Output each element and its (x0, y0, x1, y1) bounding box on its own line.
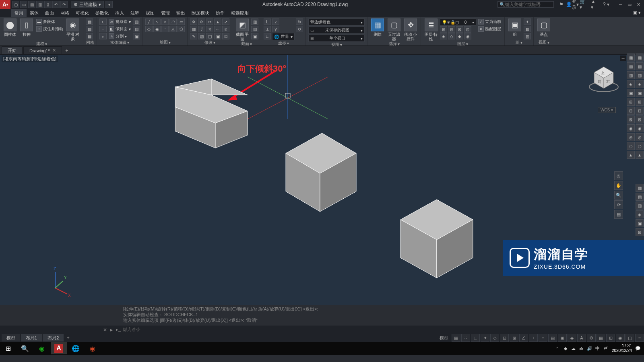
union-icon[interactable]: ∪ (99, 19, 107, 25)
rotate-icon[interactable]: ⟳ (198, 19, 205, 25)
polar-toggle[interactable]: ✦ (481, 334, 489, 342)
rp-b5[interactable]: ▣ (627, 89, 635, 97)
command-line[interactable]: ✕ ▸ ▸_ 键入命令 (0, 325, 644, 334)
vp-min-icon[interactable]: ─ (620, 56, 626, 61)
lay-b7[interactable]: ◆ (456, 33, 463, 39)
lay-b4[interactable]: ⊡ (464, 26, 471, 33)
lay-b2[interactable]: ⊟ (448, 26, 455, 33)
help-icon[interactable]: ? ▾ (602, 1, 610, 8)
tray-ime-icon[interactable]: 中 (594, 345, 601, 352)
open-icon[interactable]: ▭ (20, 1, 27, 8)
chrome-icon[interactable]: 🌐 (68, 342, 84, 354)
smooth-button[interactable]: ◉平滑 对象 (65, 19, 80, 41)
ws-toggle[interactable]: ⚙ (587, 334, 596, 342)
showmotion-icon[interactable]: ▤ (614, 210, 623, 219)
viewcube[interactable]: 前 右 上 (588, 63, 620, 95)
osnap-toggle[interactable]: ⊡ (500, 334, 509, 342)
redo-icon[interactable]: ↷ (60, 1, 68, 8)
se-btn3[interactable]: ▣ (133, 33, 140, 39)
intersect-icon[interactable]: ∩ (99, 33, 107, 39)
lay-b1[interactable]: ⊞ (440, 26, 447, 33)
start-button[interactable]: ⊞ (0, 342, 16, 354)
tray-network-icon[interactable]: 🖧 (578, 345, 585, 352)
rp2-b8[interactable]: ⊠ (636, 115, 644, 123)
grp-b1[interactable]: ✦ (524, 19, 531, 25)
rp2-b12[interactable]: ▲ (636, 151, 644, 159)
rp2-s6[interactable]: ⊞ (636, 228, 644, 236)
orbit-icon[interactable]: ⟳ (614, 200, 623, 209)
tab-addins[interactable]: 附加模块 (188, 9, 213, 17)
tab-view[interactable]: 视图 (142, 9, 158, 17)
tray-icon-1[interactable]: ◆ (562, 345, 569, 352)
ucs-b3[interactable]: ∟ (264, 33, 271, 39)
rp2-s4[interactable]: ◈ (636, 210, 644, 218)
file-tab-drawing[interactable]: Drawing1*✕ (23, 46, 62, 54)
rp-b10[interactable]: ◎ (627, 133, 635, 141)
scale-icon[interactable]: ⤢ (222, 19, 229, 25)
rp-b3[interactable]: ▥ (627, 71, 635, 79)
saveas-icon[interactable]: ▥ (36, 1, 43, 8)
matchlayer-button[interactable]: ≋匹配图层 (477, 26, 502, 32)
tab-surface[interactable]: 曲面 (42, 9, 57, 17)
anno-toggle[interactable]: A (577, 334, 586, 342)
snap-toggle[interactable]: ∷ (461, 334, 470, 342)
sc-toggle[interactable]: ◈ (568, 334, 576, 342)
rp-b4[interactable]: ◈ (627, 80, 635, 88)
tab-solid[interactable]: 实体 (27, 9, 42, 17)
grp-b3[interactable]: ▧ (524, 33, 531, 39)
rp2-s3[interactable]: ▥ (636, 202, 644, 210)
rp-b11[interactable]: ◌ (627, 142, 635, 150)
rp-b7[interactable]: ⊟ (627, 107, 635, 115)
lay-b5[interactable]: ◈ (440, 33, 447, 39)
draw-b8[interactable]: ∴ (161, 26, 169, 32)
status-model[interactable]: 模型 (437, 335, 451, 341)
rp2-b5[interactable]: ▣ (636, 89, 644, 97)
iso-toggle[interactable]: ◇ (490, 334, 499, 342)
separate-button[interactable]: ⎌分割 ▾ (108, 33, 132, 39)
grp-b2[interactable]: ▦ (524, 26, 531, 32)
autocad-taskbar-icon[interactable]: A (51, 342, 67, 354)
cylinder-button[interactable]: ⬤圆柱体 (2, 19, 18, 37)
new-icon[interactable]: ▢ (12, 1, 19, 8)
login-button[interactable]: 👤 登录 ▾ (568, 1, 576, 8)
draw-b7[interactable]: ◉ (153, 26, 161, 32)
ribbon-collapse-icon[interactable]: ▣ ▾ (630, 9, 644, 17)
rp2-b4[interactable]: ◈ (636, 80, 644, 88)
mirror-icon[interactable]: ▲ (214, 19, 221, 25)
ucs-b4[interactable]: z (272, 19, 279, 25)
nofilter-button[interactable]: ▢无过滤器 (386, 19, 402, 41)
zoom-icon[interactable]: 🔍 (614, 191, 623, 200)
tab-output[interactable]: 输出 (173, 9, 188, 17)
undo-icon[interactable]: ↶ (52, 1, 60, 8)
erase-button[interactable]: ▦删除 (370, 19, 385, 37)
tray-up-icon[interactable]: ^ (554, 345, 561, 352)
command-input[interactable]: 键入命令 (122, 327, 140, 333)
cmd-close-icon[interactable]: ✕ (102, 327, 108, 333)
workspace-dropdown[interactable]: ⚙ 三维建模 ▾ (71, 1, 104, 8)
viewport-label[interactable]: [-][东南等轴测][带边缘着色] (2, 56, 58, 62)
ucs-b1[interactable]: L (264, 19, 271, 25)
rp2-b10[interactable]: ◎ (636, 133, 644, 141)
savedview-dropdown[interactable]: ▭ 未保存的视图▾ (308, 27, 365, 34)
system-clock[interactable]: 17:312020/12/24 (610, 343, 634, 353)
polysolid-button[interactable]: ▬多段体 (35, 19, 64, 25)
draw-b6[interactable]: ◇ (145, 26, 153, 32)
ucs-b5[interactable]: y (272, 26, 279, 32)
rp2-s2[interactable]: ▤ (636, 193, 644, 201)
base-button[interactable]: ▢基点 (536, 19, 551, 37)
rp2-b7[interactable]: ⊟ (636, 107, 644, 115)
notifications-icon[interactable]: 💬 (634, 345, 642, 352)
close-button[interactable]: ✕ (634, 1, 642, 8)
tab-annotate[interactable]: 注释 (127, 9, 142, 17)
rp-b9[interactable]: ◉ (627, 124, 635, 132)
gizmo-button[interactable]: ✥移动 小控件 (403, 19, 418, 41)
grid-toggle[interactable]: ▦ (452, 334, 460, 342)
rp-b1[interactable]: ▦ (627, 53, 635, 62)
layout2-tab[interactable]: 布局2 (43, 334, 64, 341)
mod-b9[interactable]: ⌐ (214, 26, 221, 32)
ortho-toggle[interactable]: ∟ (471, 334, 480, 342)
mod-b14[interactable]: ▣ (214, 33, 221, 39)
tab-mesh[interactable]: 网格 (57, 9, 72, 17)
sectionplane-button[interactable]: ◩截面 平面 (235, 19, 250, 41)
ucs-world-dropdown[interactable]: 🌐 世界 ▾ (272, 33, 295, 40)
